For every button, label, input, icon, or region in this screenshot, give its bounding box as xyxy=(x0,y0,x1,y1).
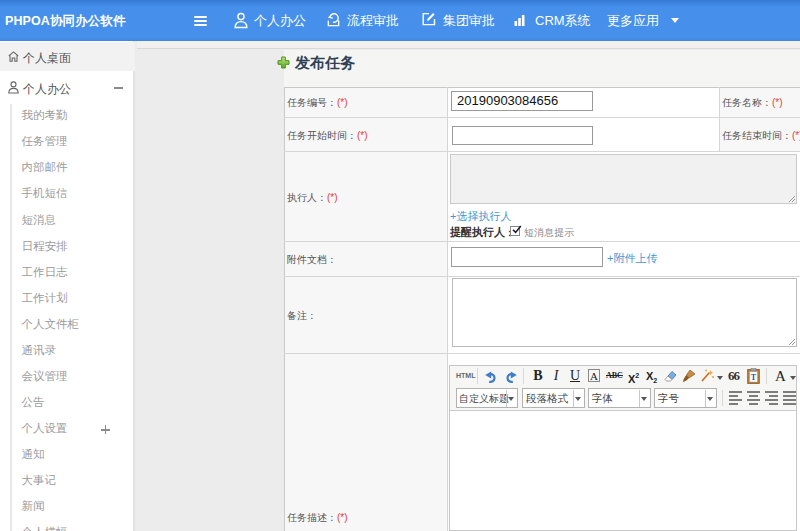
svg-text:T: T xyxy=(751,373,757,382)
